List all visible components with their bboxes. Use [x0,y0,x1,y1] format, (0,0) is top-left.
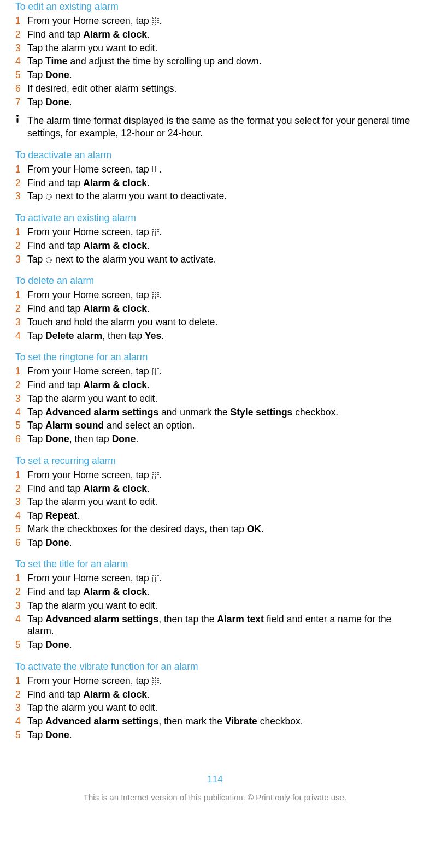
steps-list: 1From your Home screen, tap .2Find and t… [15,469,415,549]
steps-list: 1From your Home screen, tap .2Find and t… [15,675,415,741]
step-number: 3 [15,496,27,508]
apps-grid-icon [152,575,160,582]
svg-point-0 [16,115,19,117]
step-text: Tap the alarm you want to edit. [27,496,415,508]
apps-grid-icon [152,17,160,25]
step-row: 1From your Home screen, tap . [27,675,415,687]
step-text: Mark the checkboxes for the desired days… [27,523,415,536]
apps-grid-icon [152,166,160,173]
step-row: 2Find and tap Alarm & clock. [27,240,415,252]
step-row: 3Tap the alarm you want to edit. [27,393,415,405]
step-text: Tap Repeat. [27,509,415,522]
step-text: Tap Delete alarm, then tap Yes. [27,330,415,342]
step-text: Tap the alarm you want to edit. [27,393,415,405]
step-row: 1From your Home screen, tap . [27,365,415,378]
step-text: If desired, edit other alarm settings. [27,82,415,95]
note-text: The alarm time format displayed is the s… [27,115,415,140]
steps-list: 1From your Home screen, tap .2Find and t… [15,226,415,265]
step-text: Find and tap Alarm & clock. [27,177,415,189]
section-title: To set the ringtone for an alarm [15,352,415,363]
step-number: 7 [15,96,27,109]
alarm-clock-icon [45,193,52,200]
step-row: 2Find and tap Alarm & clock. [27,177,415,189]
step-row: 1From your Home screen, tap . [27,572,415,585]
step-number: 5 [15,523,27,536]
page-content: To edit an existing alarm1From your Home… [0,1,430,813]
note: The alarm time format displayed is the s… [15,115,415,140]
steps-list: 1From your Home screen, tap .2Find and t… [15,289,415,342]
steps-list: 1From your Home screen, tap .2Find and t… [15,163,415,203]
step-text: Tap the alarm you want to edit. [27,701,415,714]
step-number: 1 [15,163,27,176]
step-row: 1From your Home screen, tap . [27,163,415,176]
steps-list: 1From your Home screen, tap .2Find and t… [15,15,415,108]
step-text: Tap Done. [27,639,415,651]
step-number: 2 [15,586,27,598]
step-text: From your Home screen, tap . [27,15,415,27]
step-text: From your Home screen, tap . [27,469,415,481]
step-row: 3Touch and hold the alarm you want to de… [27,316,415,329]
apps-grid-icon [152,368,160,375]
step-number: 2 [15,688,27,701]
step-number: 1 [15,289,27,301]
step-row: 1From your Home screen, tap . [27,469,415,481]
section-title: To delete an alarm [15,275,415,287]
step-row: 3Tap the alarm you want to edit. [27,599,415,612]
step-row: 5Tap Done. [27,69,415,81]
svg-rect-1 [17,118,19,123]
step-row: 6If desired, edit other alarm settings. [27,82,415,95]
step-text: From your Home screen, tap . [27,365,415,378]
step-number: 2 [15,28,27,41]
step-row: 4Tap Delete alarm, then tap Yes. [27,330,415,342]
step-number: 1 [15,572,27,585]
step-text: Tap Advanced alarm settings and unmark t… [27,406,415,419]
step-row: 4Tap Advanced alarm settings, then mark … [27,715,415,728]
step-row: 1From your Home screen, tap . [27,226,415,239]
step-text: Find and tap Alarm & clock. [27,688,415,701]
step-row: 4Tap Repeat. [27,509,415,522]
step-number: 3 [15,701,27,714]
apps-grid-icon [152,292,160,299]
step-number: 6 [15,82,27,95]
step-text: From your Home screen, tap . [27,572,415,585]
step-text: Find and tap Alarm & clock. [27,28,415,41]
step-number: 1 [15,469,27,481]
step-number: 3 [15,316,27,329]
step-number: 1 [15,226,27,239]
step-text: Tap the alarm you want to edit. [27,42,415,55]
step-text: From your Home screen, tap . [27,675,415,687]
step-row: 5Tap Done. [27,729,415,741]
step-number: 3 [15,42,27,55]
step-text: From your Home screen, tap . [27,226,415,239]
step-text: From your Home screen, tap . [27,289,415,301]
step-row: 6Tap Done, then tap Done. [27,433,415,445]
step-row: 5Tap Alarm sound and select an option. [27,419,415,432]
apps-grid-icon [152,472,160,479]
step-row: 1From your Home screen, tap . [27,289,415,301]
section-title: To edit an existing alarm [15,1,415,13]
step-number: 4 [15,55,27,68]
step-text: Tap next to the alarm you want to deacti… [27,190,415,203]
page-number: 114 [15,774,415,785]
step-number: 4 [15,330,27,342]
info-icon [15,115,27,140]
step-number: 2 [15,483,27,495]
section-title: To set a recurring alarm [15,455,415,467]
step-text: Find and tap Alarm & clock. [27,483,415,495]
step-number: 5 [15,419,27,432]
step-row: 3Tap the alarm you want to edit. [27,701,415,714]
apps-grid-icon [152,229,160,236]
step-number: 6 [15,433,27,445]
step-row: 4Tap Advanced alarm settings, then tap t… [27,613,415,638]
step-text: Tap Alarm sound and select an option. [27,419,415,432]
step-text: Find and tap Alarm & clock. [27,302,415,315]
step-row: 5Tap Done. [27,639,415,651]
step-number: 3 [15,190,27,203]
step-text: Touch and hold the alarm you want to del… [27,316,415,329]
step-text: Tap Done. [27,96,415,109]
step-row: 2Find and tap Alarm & clock. [27,302,415,315]
steps-list: 1From your Home screen, tap .2Find and t… [15,572,415,651]
step-row: 2Find and tap Alarm & clock. [27,483,415,495]
step-text: Find and tap Alarm & clock. [27,240,415,252]
step-number: 5 [15,639,27,651]
